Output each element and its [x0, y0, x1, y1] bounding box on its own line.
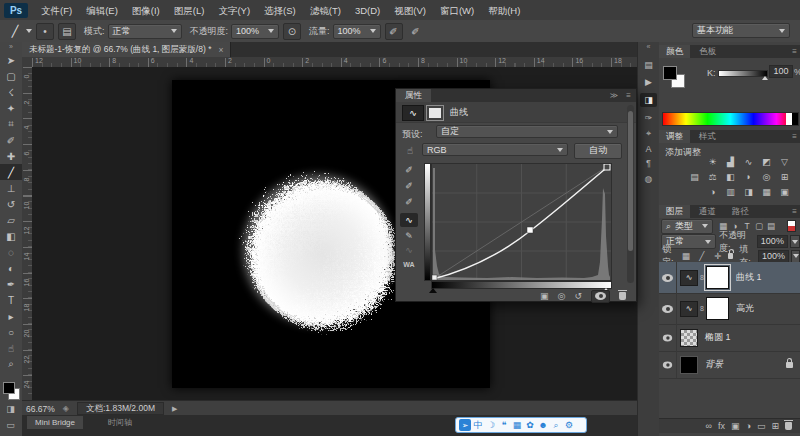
brush-preset-picker[interactable]: •: [36, 23, 54, 40]
quick-mask-button[interactable]: ◨: [3, 402, 18, 415]
mask-link-icon[interactable]: 8: [700, 274, 704, 281]
reset-icon[interactable]: ↺: [574, 291, 582, 301]
foreground-color-swatch[interactable]: [663, 66, 677, 80]
layer-row-highlight[interactable]: ∿ 8 高光: [659, 293, 800, 325]
kuler-panel-icon[interactable]: ◍: [640, 172, 657, 186]
targeted-adjustment-icon[interactable]: ☝: [401, 143, 419, 157]
shape-layer-thumbnail[interactable]: [680, 329, 698, 347]
workspace-switcher[interactable]: 基本功能: [692, 23, 790, 38]
move-tool[interactable]: ➤: [0, 52, 22, 68]
clip-to-layer-icon[interactable]: ▣: [540, 291, 549, 301]
gradient-map-icon[interactable]: ▦: [759, 186, 774, 198]
layer-mask-thumbnail[interactable]: [706, 297, 729, 320]
marquee-tool[interactable]: ▢: [0, 68, 22, 84]
layer-name[interactable]: 背景: [705, 358, 723, 371]
menu-item[interactable]: 窗口(W): [433, 1, 481, 20]
filter-shape-layers-icon[interactable]: ▢: [753, 221, 765, 231]
visibility-eye-icon[interactable]: [595, 292, 606, 300]
posterize-icon[interactable]: ▥: [723, 186, 738, 198]
brush-tool-icon[interactable]: ╱: [5, 23, 25, 39]
visibility-toggle[interactable]: [659, 293, 677, 324]
opacity-dropdown[interactable]: [790, 235, 800, 248]
close-tab-icon[interactable]: ×: [218, 45, 223, 55]
curves-icon[interactable]: ∿: [741, 156, 756, 168]
levels-icon[interactable]: ▟: [723, 156, 738, 168]
panel-scrollbar[interactable]: [627, 105, 634, 283]
clone-source-panel-icon[interactable]: ⌖: [640, 126, 657, 140]
panel-menu-icon[interactable]: ≡: [626, 89, 631, 102]
lock-transparency-icon[interactable]: ▦: [680, 251, 692, 261]
eye-icon[interactable]: [663, 361, 672, 368]
hand-tool[interactable]: ☝: [0, 340, 22, 356]
layer-opacity-field[interactable]: 100%: [757, 235, 788, 248]
ime-account-icon[interactable]: ☻: [537, 419, 549, 431]
draw-curve-pencil-icon[interactable]: ✎: [400, 229, 418, 243]
ime-chinese-mode-icon[interactable]: 中: [472, 419, 484, 431]
ime-settings-icon[interactable]: ⚙: [563, 419, 575, 431]
menu-item[interactable]: 选择(S): [257, 1, 303, 20]
tab-color[interactable]: 颜色: [659, 45, 690, 58]
lock-all-icon[interactable]: [728, 253, 733, 259]
type-tool[interactable]: T: [0, 292, 22, 308]
gray-point-eyedropper-icon[interactable]: ✐: [400, 179, 418, 193]
color-spectrum-ramp[interactable]: [662, 112, 799, 126]
collapse-panel-icon[interactable]: ≫: [610, 89, 618, 102]
pressure-opacity-icon[interactable]: ⊙: [283, 23, 301, 40]
k-slider-handle[interactable]: [762, 76, 768, 80]
color-balance-icon[interactable]: ⚖: [705, 171, 720, 183]
panel-menu-icon[interactable]: ≡: [792, 205, 797, 218]
k-slider[interactable]: [718, 70, 768, 77]
quick-selection-tool[interactable]: ✦: [0, 100, 22, 116]
menu-item[interactable]: 图像(I): [125, 1, 167, 20]
hue-saturation-icon[interactable]: ▤: [687, 171, 702, 183]
black-swatch[interactable]: [792, 113, 798, 125]
lasso-tool[interactable]: ☇: [0, 84, 22, 100]
dodge-tool[interactable]: ◐: [0, 260, 22, 276]
auto-button[interactable]: 自动: [574, 143, 622, 159]
zoom-tool[interactable]: ⌕: [0, 356, 22, 372]
visibility-eye-icon-box[interactable]: [591, 290, 610, 303]
blend-mode-select[interactable]: 正常: [108, 24, 182, 39]
background-layer-thumbnail[interactable]: [680, 356, 698, 374]
healing-brush-tool[interactable]: ✚: [0, 148, 22, 164]
ime-skin-icon[interactable]: ✿: [524, 419, 536, 431]
history-panel-icon[interactable]: ▤: [640, 58, 657, 72]
highlight-point-handle[interactable]: [604, 164, 610, 170]
gradient-tool[interactable]: ◧: [0, 228, 22, 244]
eye-icon[interactable]: [663, 334, 672, 341]
add-mask-icon[interactable]: ▣: [731, 421, 740, 431]
new-layer-icon[interactable]: ⊞: [771, 421, 779, 431]
shape-tool[interactable]: ○: [0, 324, 22, 340]
curves-adjustment-thumbnail[interactable]: ∿: [680, 270, 698, 286]
menu-item[interactable]: 文件(F): [34, 1, 79, 20]
midpoint-handle[interactable]: [527, 227, 533, 233]
auto-options-icon[interactable]: WA: [400, 257, 418, 271]
brightness-contrast-icon[interactable]: ☀: [705, 156, 720, 168]
ime-punctuation-icon[interactable]: ☽: [485, 419, 497, 431]
vibrance-icon[interactable]: ▽: [777, 156, 792, 168]
channel-mixer-icon[interactable]: ◎: [759, 171, 774, 183]
tab-mini-bridge[interactable]: Mini Bridge: [27, 416, 83, 429]
path-selection-tool[interactable]: ▸: [0, 308, 22, 324]
foreground-color-swatch[interactable]: [3, 382, 15, 394]
layer-mask-thumbnail[interactable]: [706, 266, 729, 289]
fill-dropdown[interactable]: [791, 250, 800, 263]
properties-panel-icon[interactable]: ◨: [640, 93, 657, 107]
pen-tool[interactable]: ✒: [0, 276, 22, 292]
zoom-level[interactable]: 66.67%: [26, 404, 55, 414]
menu-item[interactable]: 编辑(E): [79, 1, 125, 20]
layer-filter-toggle[interactable]: [787, 220, 796, 232]
panel-menu-icon[interactable]: ≡: [792, 130, 797, 143]
invert-icon[interactable]: ◑: [705, 186, 720, 198]
tab-properties[interactable]: 属性: [396, 89, 431, 102]
filter-smart-objects-icon[interactable]: ▤: [765, 221, 777, 231]
pressure-size-icon[interactable]: ✐: [407, 23, 425, 40]
lock-paint-icon[interactable]: ╱: [696, 251, 708, 261]
eyedropper-tool[interactable]: ✐: [0, 132, 22, 148]
opacity-select[interactable]: 100%: [231, 24, 279, 39]
toolbox-collapse-icon[interactable]: »: [0, 42, 22, 52]
properties-header[interactable]: 属性 ≫ ≡: [396, 89, 636, 102]
flow-select[interactable]: 100%: [333, 24, 381, 39]
status-expand-icon[interactable]: ▶: [172, 405, 177, 413]
curves-graph[interactable]: [431, 163, 612, 281]
